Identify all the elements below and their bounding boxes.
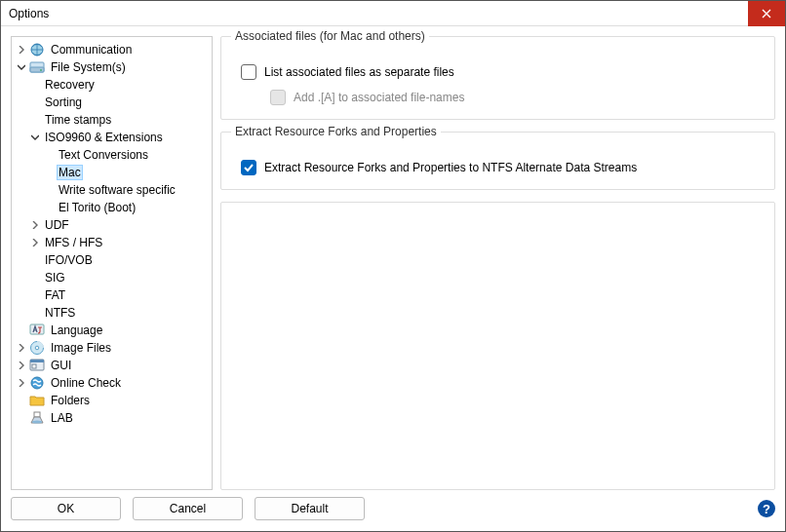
group-title: Associated files (for Mac and others) [231,29,429,43]
tree-item-folders[interactable]: Folders [16,392,212,409]
chevron-right-icon[interactable] [16,342,27,354]
checkbox-add-a-suffix: Add .[A] to associated file-names [270,90,761,105]
tree-item-udf[interactable]: UDF [29,216,212,234]
category-tree[interactable]: Communication File System(s) Recovery So… [11,36,213,490]
tree-item-online-check[interactable]: Online Check [16,374,212,392]
checkbox-extract-forks[interactable]: Extract Resource Forks and Properties to… [241,160,761,175]
chevron-down-icon[interactable] [29,132,41,143]
chevron-down-icon[interactable] [16,61,27,73]
tree-item-lab[interactable]: LAB [16,409,212,427]
tree-item-mfs-hfs[interactable]: MFS / HFS [29,234,212,251]
cancel-button[interactable]: Cancel [133,497,243,520]
tree-item-text-conversions[interactable]: Text Conversions [43,146,212,164]
tree-item-write-software[interactable]: Write software specific [43,181,212,199]
checkbox-icon[interactable] [241,160,256,175]
group-resource-forks: Extract Resource Forks and Properties Ex… [220,132,775,190]
tree-item-time-stamps[interactable]: Time stamps [29,111,212,129]
drive-icon [29,59,45,75]
default-button[interactable]: Default [255,497,365,520]
tree-item-el-torito[interactable]: El Torito (Boot) [43,199,212,216]
close-icon [762,9,771,19]
tree-item-file-systems[interactable]: File System(s) [16,58,212,76]
tree-item-communication[interactable]: Communication [16,41,212,58]
tree-item-gui[interactable]: GUI [16,357,212,374]
window-title: Options [9,7,49,20]
tree-item-fat[interactable]: FAT [29,286,212,304]
disc-icon [29,340,45,356]
titlebar: Options [1,1,785,26]
lab-icon [29,410,45,426]
tree-item-ntfs[interactable]: NTFS [29,304,212,322]
chevron-right-icon[interactable] [29,219,41,231]
checkbox-icon [270,90,286,105]
empty-panel [220,202,775,490]
globe-check-icon [29,375,45,391]
checkbox-list-associated[interactable]: List associated files as separate files [241,64,761,80]
folder-icon [29,393,45,408]
close-button[interactable] [748,1,785,26]
language-icon [29,323,45,338]
tree-item-sig[interactable]: SIG [29,269,212,286]
tree-item-sorting[interactable]: Sorting [29,94,212,111]
chevron-right-icon[interactable] [16,377,27,389]
tree-item-image-files[interactable]: Image Files [16,339,212,357]
chevron-right-icon[interactable] [16,360,27,371]
tree-item-iso9960[interactable]: ISO9960 & Extensions [29,129,212,146]
tree-item-language[interactable]: Language [16,322,212,339]
help-button[interactable]: ? [758,500,775,517]
gui-icon [29,358,45,373]
ok-button[interactable]: OK [11,497,121,520]
checkbox-icon[interactable] [241,64,256,80]
group-title: Extract Resource Forks and Properties [231,125,441,138]
options-dialog: Options Communication [0,0,786,532]
dialog-footer: OK Cancel Default ? [1,494,785,531]
settings-panel: Associated files (for Mac and others) Li… [220,36,775,490]
tree-item-recovery[interactable]: Recovery [29,76,212,94]
tree-item-mac[interactable]: Mac [43,164,212,181]
group-associated-files: Associated files (for Mac and others) Li… [220,36,775,120]
chevron-right-icon[interactable] [16,44,27,56]
chevron-right-icon[interactable] [29,237,41,248]
globe-icon [29,42,45,57]
tree-item-ifo-vob[interactable]: IFO/VOB [29,251,212,269]
